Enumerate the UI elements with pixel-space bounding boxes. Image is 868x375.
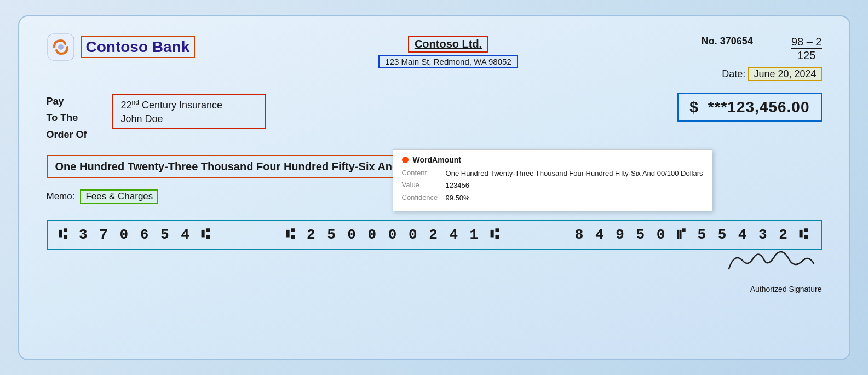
payee-line1: 22nd Century Insurance	[121, 99, 257, 111]
signature-area: Authorized Signature	[712, 244, 822, 293]
tooltip-content-label: Content	[402, 169, 440, 177]
tooltip-value-label: Value	[402, 181, 440, 189]
company-address: 123 Main St, Redmond, WA 98052	[378, 55, 518, 68]
routing-fraction: 98 – 2 125	[791, 36, 822, 62]
check-number-area: No. 370654 98 – 2 125 Date: June 20, 202…	[702, 36, 822, 80]
check-number: No. 370654	[702, 36, 753, 47]
tooltip-confidence-row: Confidence 99.50%	[402, 193, 703, 203]
company-info: Contoso Ltd. 123 Main St, Redmond, WA 98…	[378, 36, 518, 68]
header-row: Contoso Bank Contoso Ltd. 123 Main St, R…	[47, 33, 822, 80]
tooltip-header: WordAmount	[402, 155, 703, 164]
tooltip-confidence-label: Confidence	[402, 193, 440, 201]
tooltip-value-row: Value 123456	[402, 181, 703, 191]
company-name: Contoso Ltd.	[408, 36, 488, 53]
micr-account: ⑆ 2 5 0 0 0 0 2 4 1 ⑆	[286, 227, 500, 243]
word-amount-tooltip: WordAmount Content One Hundred Twenty-Th…	[393, 149, 712, 211]
memo-label: Memo:	[47, 191, 75, 202]
bank-name: Contoso Bank	[81, 36, 196, 58]
amount-box: $ ***123,456.00	[677, 93, 821, 122]
word-amount-row: One Hundred Twenty-Three Thousand Four H…	[47, 155, 822, 178]
payee-line2: John Doe	[121, 113, 257, 125]
payee-box: 22nd Century Insurance John Doe	[112, 94, 266, 129]
tooltip-content-row: Content One Hundred Twenty-Three Thousan…	[402, 169, 703, 178]
tooltip-value-value: 123456	[446, 181, 469, 191]
pay-row: Pay To The Order Of 22nd Century Insuran…	[47, 93, 822, 143]
memo-value: Fees & Charges	[80, 189, 158, 204]
signature-label: Authorized Signature	[712, 285, 822, 293]
tooltip-field-name: WordAmount	[413, 155, 461, 164]
micr-row: ⑆ 3 7 0 6 5 4 ⑆ ⑆ 2 5 0 0 0 0 2 4 1 ⑆ 8 …	[47, 220, 822, 250]
number-fraction-row: No. 370654 98 – 2 125	[702, 36, 822, 62]
micr-check: 8 4 9 5 0 ⑈ 5 5 4 3 2 ⑆	[575, 227, 810, 243]
tooltip-indicator	[402, 157, 409, 163]
date-value: June 20, 2024	[748, 67, 821, 81]
amount-value: ***123,456.00	[708, 99, 810, 116]
bank-logo-area: Contoso Bank	[47, 33, 196, 61]
bank-logo-icon	[47, 33, 75, 61]
micr-routing: ⑆ 3 7 0 6 5 4 ⑆	[59, 227, 212, 243]
signature-image	[712, 244, 822, 281]
currency-symbol: $	[689, 99, 699, 116]
check-document: Contoso Bank Contoso Ltd. 123 Main St, R…	[18, 15, 850, 360]
date-row: Date: June 20, 2024	[722, 68, 821, 80]
tooltip-content-value: One Hundred Twenty-Three Thousand Four H…	[446, 169, 703, 178]
pay-label: Pay To The Order Of	[47, 93, 101, 143]
tooltip-confidence-value: 99.50%	[446, 193, 470, 203]
signature-line	[712, 282, 822, 282]
svg-point-1	[58, 44, 64, 50]
